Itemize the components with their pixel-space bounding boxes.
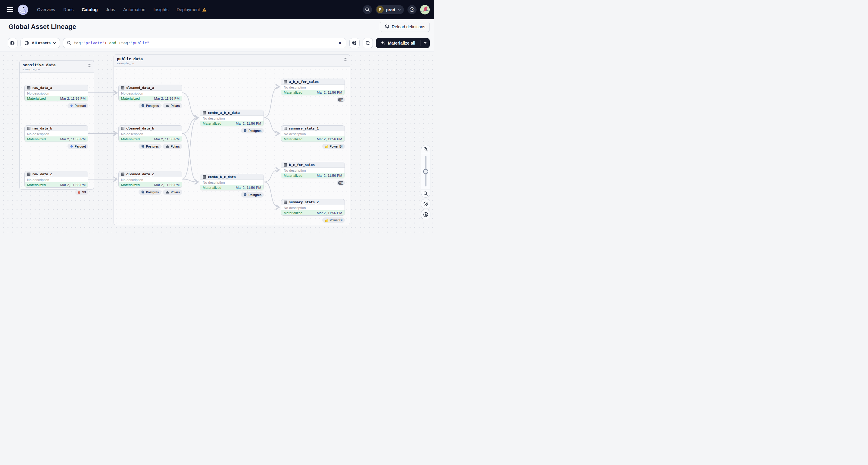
download-button[interactable]	[421, 210, 430, 219]
kind-badge-power-bi: Power BI	[322, 144, 345, 149]
asset-node-cleaned_data_c[interactable]: cleaned_data_c No description Materializ…	[118, 171, 182, 188]
table-icon	[284, 163, 287, 166]
zoom-controls	[421, 145, 430, 197]
kind-badge-polars: Polars	[163, 103, 182, 108]
asset-node-header: summary_stats_1	[281, 126, 345, 131]
zoom-slider[interactable]	[421, 153, 430, 189]
nav-item-label: Jobs	[106, 7, 115, 12]
asset-name: raw_data_a	[32, 86, 52, 90]
group-title: public_data	[117, 57, 347, 61]
table-icon	[284, 127, 287, 130]
table-icon	[284, 200, 287, 204]
reload-cube-icon	[384, 24, 390, 29]
postgres-icon	[141, 104, 145, 107]
fetch-external-assets-button[interactable]	[349, 38, 360, 48]
nav-item-runs[interactable]: Runs	[63, 7, 73, 12]
status-badge: Materialized	[203, 186, 221, 189]
lineage-canvas[interactable]: sensitive_data example_co public_data ex…	[0, 52, 434, 232]
asset-node-combo_a_b_c_data[interactable]: combo_a_b_c_data No description Material…	[200, 110, 264, 126]
kind-badge-s3: S3	[75, 189, 88, 195]
menu-icon[interactable]	[7, 7, 13, 12]
asset-status-row: Materialized Mar 2, 11:56 PM	[200, 185, 264, 190]
nav-item-jobs[interactable]: Jobs	[106, 7, 115, 12]
status-badge: Materialized	[121, 97, 140, 100]
asset-badges: PostgresPolars	[118, 103, 182, 108]
asset-node-header: cleaned_data_c	[119, 172, 182, 177]
asset-node-b_c_for_sales[interactable]: b_c_for_sales No description Materialize…	[281, 162, 345, 178]
dagster-logo[interactable]	[18, 4, 29, 16]
asset-badges: Parquet	[24, 103, 88, 108]
kind-badge-power-bi: Power BI	[322, 217, 345, 223]
graph-settings-button[interactable]	[421, 199, 430, 208]
open-left-panel-button[interactable]	[8, 38, 18, 48]
nav-item-insights[interactable]: Insights	[153, 7, 168, 12]
search-icon	[67, 41, 71, 45]
asset-badges: Postgres	[200, 128, 264, 133]
asset-node-cleaned_data_a[interactable]: cleaned_data_a No description Materializ…	[118, 85, 182, 101]
nav-item-automation[interactable]: Automation	[123, 7, 145, 12]
asset-description: No description	[200, 116, 264, 121]
lineage-toolbar: All assets tag:"private"+ and +tag:"publ…	[0, 34, 434, 52]
asset-name: cleaned_data_b	[126, 126, 154, 130]
status-badge: Materialized	[27, 97, 46, 100]
asset-node-raw_data_c[interactable]: raw_data_c No description Materialized M…	[24, 171, 88, 188]
asset-status-row: Materialized Mar 2, 11:56 PM	[119, 136, 182, 142]
status-timestamp: Mar 2, 11:56 PM	[154, 137, 180, 141]
asset-scope-dropdown[interactable]: All assets	[21, 38, 60, 48]
user-avatar[interactable]	[420, 5, 430, 14]
materialize-options-button[interactable]	[421, 38, 430, 48]
zoom-slider-thumb[interactable]	[423, 169, 428, 174]
kind-badge-postgres: Postgres	[138, 189, 161, 195]
asset-node-combo_b_c_data[interactable]: combo_b_c_data No description Materializ…	[200, 174, 264, 190]
group-title: sensitive_data	[23, 63, 91, 67]
deployment-switcher[interactable]: P prod	[376, 5, 404, 14]
asset-node-summary_stats_2[interactable]: summary_stats_2 No description Materiali…	[281, 199, 345, 216]
reload-definitions-button[interactable]: Reload definitions	[380, 22, 430, 32]
svg-text:CSV: CSV	[339, 182, 343, 184]
globe-icon	[24, 41, 29, 45]
asset-description: No description	[281, 85, 345, 90]
search-button[interactable]	[363, 5, 372, 14]
asset-name: raw_data_b	[32, 126, 52, 130]
clear-search-icon[interactable]: ✕	[337, 40, 342, 46]
asset-node-a_b_c_for_sales[interactable]: a_b_c_for_sales No description Materiali…	[281, 79, 345, 95]
search-icon	[365, 7, 370, 12]
asset-status-row: Materialized Mar 2, 11:56 PM	[25, 182, 88, 187]
query-segment: "private"	[83, 41, 104, 45]
help-button[interactable]: ?	[407, 5, 416, 14]
title-bar: Global Asset Lineage Reload definitions	[0, 19, 434, 34]
zoom-in-button[interactable]	[421, 145, 430, 153]
zoom-out-button[interactable]	[421, 189, 430, 197]
collapse-group-button[interactable]	[344, 57, 347, 63]
nav-item-catalog[interactable]: Catalog	[82, 7, 98, 12]
deployment-initial: P	[376, 6, 384, 13]
asset-badges: CSV	[281, 180, 345, 186]
asset-node-header: combo_b_c_data	[200, 174, 264, 180]
nav-item-label: Overview	[37, 7, 55, 12]
asset-group-sensitive_data: sensitive_data example_co	[19, 60, 94, 190]
badge-label: Polars	[170, 104, 180, 107]
group-header[interactable]: public_data example_co	[114, 55, 350, 67]
asset-node-cleaned_data_b[interactable]: cleaned_data_b No description Materializ…	[118, 125, 182, 142]
badge-label: Polars	[170, 191, 180, 194]
kind-badge-parquet: Parquet	[67, 144, 88, 149]
nav-item-overview[interactable]: Overview	[37, 7, 55, 12]
asset-node-header: a_b_c_for_sales	[281, 79, 345, 85]
status-timestamp: Mar 2, 11:56 PM	[317, 174, 342, 177]
materialize-all-button[interactable]: Materialize all	[376, 38, 420, 48]
collapse-group-button[interactable]	[88, 63, 91, 69]
refresh-button[interactable]	[363, 38, 373, 48]
asset-node-raw_data_a[interactable]: raw_data_a No description Materialized M…	[24, 85, 88, 101]
caret-down-icon	[424, 42, 427, 44]
asset-status-row: Materialized Mar 2, 11:56 PM	[281, 136, 345, 142]
status-badge: Materialized	[27, 137, 46, 141]
asset-node-summary_stats_1[interactable]: summary_stats_1 No description Materiali…	[281, 125, 345, 142]
nav-item-deployment[interactable]: Deployment	[177, 7, 206, 12]
powerbi-icon	[325, 219, 328, 222]
help-icon: ?	[409, 7, 415, 12]
group-header[interactable]: sensitive_data example_co	[20, 61, 94, 72]
asset-search-input[interactable]: tag:"private"+ and +tag:"public" ✕	[63, 38, 346, 48]
asset-node-raw_data_b[interactable]: raw_data_b No description Materialized M…	[24, 125, 88, 142]
asset-description: No description	[281, 131, 345, 136]
table-icon	[121, 127, 124, 130]
